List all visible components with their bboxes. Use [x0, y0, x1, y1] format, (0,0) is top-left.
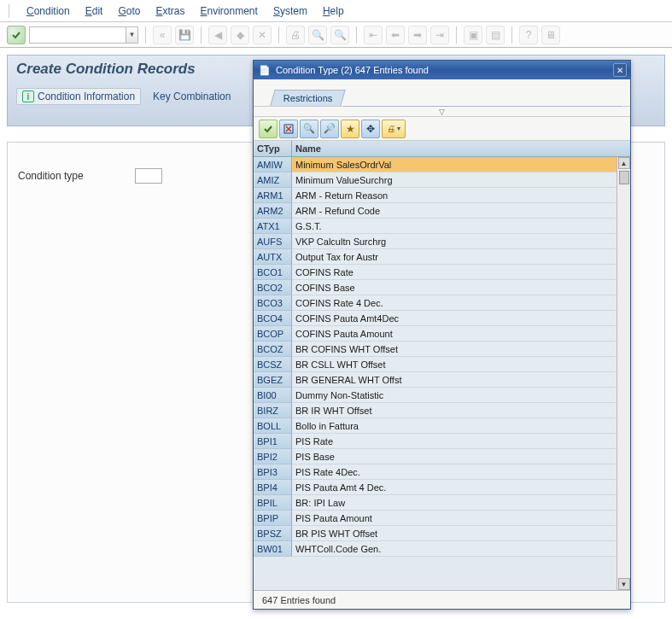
cell-name: BR COFINS WHT Offset	[292, 342, 616, 357]
table-row[interactable]: BW01WHTColl.Code Gen.	[254, 541, 616, 557]
back-green-icon[interactable]: ◀	[208, 26, 227, 44]
table-row[interactable]: AUFSVKP Calcultn Surchrg	[254, 234, 616, 249]
scroll-thumb[interactable]	[619, 171, 629, 184]
scroll-down-icon[interactable]: ▼	[618, 578, 630, 590]
button-label: Key Combination	[153, 91, 231, 102]
save-icon[interactable]: 💾	[175, 26, 194, 44]
toolbar-separator	[278, 26, 279, 44]
table-row[interactable]: BPILBR: IPI Law	[254, 495, 616, 511]
cell-ctyp: BPI1	[254, 434, 292, 449]
collapse-handle[interactable]: ▽	[254, 107, 630, 117]
command-dropdown-icon[interactable]: ▼	[126, 27, 137, 43]
cell-name: G.S.T.	[292, 219, 616, 234]
cell-ctyp: BPIP	[254, 511, 292, 526]
tab-restrictions[interactable]: Restrictions	[270, 90, 346, 106]
find-button[interactable]: 🔍	[300, 120, 318, 138]
table-row[interactable]: BCO1COFINS Rate	[254, 265, 616, 280]
new-search-button[interactable]	[279, 120, 298, 138]
table-row[interactable]: ATX1G.S.T.	[254, 219, 616, 234]
cell-ctyp: ARM1	[254, 188, 292, 203]
customize-icon[interactable]: 🖥	[541, 26, 560, 44]
prev-page-icon[interactable]: ⬅	[386, 26, 405, 44]
cell-ctyp: BPI2	[254, 449, 292, 464]
menu-system[interactable]: System	[273, 5, 307, 17]
help-icon[interactable]: ?	[519, 26, 538, 44]
table-row[interactable]: BCOPCOFINS Pauta Amount	[254, 326, 616, 342]
star-icon: ★	[346, 123, 355, 135]
binoculars-plus-icon: 🔎	[324, 123, 336, 134]
cell-name: BR CSLL WHT Offset	[292, 357, 616, 372]
cell-ctyp: AMIZ	[254, 172, 292, 188]
table-row[interactable]: BCSZBR CSLL WHT Offset	[254, 357, 616, 372]
next-page-icon[interactable]: ➡	[408, 26, 427, 44]
table-row[interactable]: BPSZBR PIS WHT Offset	[254, 526, 616, 541]
scroll-up-icon[interactable]: ▲	[618, 157, 630, 169]
print-dropdown-button[interactable]: 🖨	[382, 120, 406, 138]
close-button[interactable]: ✕	[613, 63, 627, 77]
popup-titlebar[interactable]: 📄 Condition Type (2) 647 Entries found ✕	[254, 61, 630, 79]
cell-ctyp: BCSZ	[254, 357, 292, 372]
table-row[interactable]: BCO3COFINS Rate 4 Dec.	[254, 295, 616, 311]
table-row[interactable]: BIRZBR IR WHT Offset	[254, 403, 616, 418]
layout-icon[interactable]: ▤	[486, 26, 505, 44]
back-icon[interactable]: «	[153, 26, 172, 44]
tech-info-button[interactable]: ✥	[361, 120, 380, 138]
cell-name: COFINS Base	[292, 280, 616, 295]
table-row[interactable]: BPI4PIS Pauta Amt 4 Dec.	[254, 480, 616, 495]
table-row[interactable]: BPI2PIS Base	[254, 449, 616, 464]
last-page-icon[interactable]: ⇥	[430, 26, 449, 44]
table-row[interactable]: AMIZMinimum ValueSurchrg	[254, 172, 616, 188]
condition-information-button[interactable]: i Condition Information	[16, 88, 141, 105]
menu-goto[interactable]: Goto	[118, 5, 140, 17]
cell-ctyp: BCOP	[254, 326, 292, 342]
condition-type-input[interactable]	[135, 168, 162, 184]
table-row[interactable]: BPI1PIS Rate	[254, 434, 616, 449]
table-row[interactable]: BPI3PIS Rate 4Dec.	[254, 464, 616, 480]
find-icon[interactable]: 🔍	[308, 26, 327, 44]
cell-name: COFINS Rate 4 Dec.	[292, 295, 616, 311]
key-combination-button[interactable]: Key Combination	[153, 89, 231, 104]
menu-environment[interactable]: Environment	[200, 5, 257, 17]
column-header-ctyp[interactable]: CTyp	[254, 141, 292, 156]
exit-icon[interactable]: ◆	[231, 26, 249, 44]
find-next-icon[interactable]: 🔍	[330, 26, 349, 44]
close-icon: ✕	[616, 66, 623, 75]
enter-button[interactable]	[7, 26, 26, 44]
table-row[interactable]: BOLLBollo in Fattura	[254, 418, 616, 434]
menu-condition[interactable]: Condition	[26, 5, 70, 17]
menu-help[interactable]: Help	[323, 5, 344, 17]
menu-extras[interactable]: Extras	[155, 5, 184, 17]
find-next-button[interactable]: 🔎	[320, 120, 339, 138]
toolbar-separator	[201, 26, 202, 44]
table-row[interactable]: ARM2ARM - Refund Code	[254, 203, 616, 219]
cell-ctyp: BPIL	[254, 495, 292, 511]
cell-name: COFINS Pauta Amt4Dec	[292, 311, 616, 326]
cell-name: ARM - Return Reason	[292, 188, 616, 203]
personal-list-button[interactable]: ★	[341, 120, 359, 138]
new-session-icon[interactable]: ▣	[464, 26, 482, 44]
table-row[interactable]: ARM1ARM - Return Reason	[254, 188, 616, 203]
table-row[interactable]: BPIPPIS Pauta Amount	[254, 511, 616, 526]
table-row[interactable]: AMIWMinimum SalesOrdrVal	[254, 157, 616, 172]
command-input[interactable]	[30, 27, 126, 43]
cancel-icon[interactable]: ✕	[253, 26, 272, 44]
first-page-icon[interactable]: ⇤	[364, 26, 383, 44]
table-row[interactable]: BCOZBR COFINS WHT Offset	[254, 342, 616, 357]
table-row[interactable]: BGEZBR GENERAL WHT Offst	[254, 372, 616, 388]
table-header: CTyp Name	[254, 141, 630, 157]
table-row[interactable]: BCO4COFINS Pauta Amt4Dec	[254, 311, 616, 326]
cell-ctyp: BPSZ	[254, 526, 292, 541]
cancel-search-icon	[283, 124, 294, 134]
column-header-name[interactable]: Name	[292, 141, 630, 156]
table-row[interactable]: AUTXOutput Tax for Austr	[254, 249, 616, 265]
menu-edit[interactable]: Edit	[85, 5, 103, 17]
table-row[interactable]: BI00Dummy Non-Statistic	[254, 388, 616, 403]
vertical-scrollbar[interactable]: ▲ ▼	[616, 157, 630, 590]
print-icon[interactable]: 🖨	[286, 26, 305, 44]
command-field[interactable]: ▼	[29, 26, 138, 44]
cell-ctyp: AMIW	[254, 157, 292, 172]
accept-button[interactable]	[259, 120, 278, 138]
table-row[interactable]: BCO2COFINS Base	[254, 280, 616, 295]
cell-name: COFINS Pauta Amount	[292, 326, 616, 342]
cell-ctyp: BPI4	[254, 480, 292, 495]
